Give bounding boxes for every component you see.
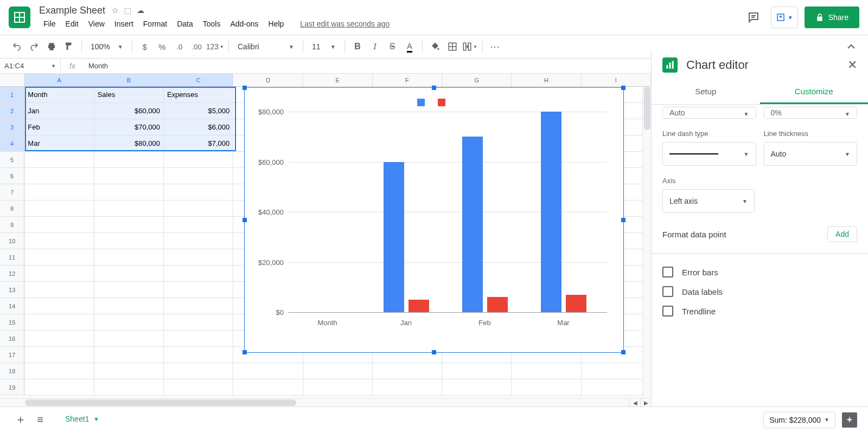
- cell[interactable]: [94, 314, 164, 331]
- cell[interactable]: [233, 379, 303, 396]
- row-header[interactable]: 16: [0, 331, 24, 347]
- cell[interactable]: [164, 314, 233, 331]
- cell[interactable]: [94, 184, 164, 201]
- menu-tools[interactable]: Tools: [199, 17, 225, 30]
- cell[interactable]: [94, 217, 164, 233]
- menu-edit[interactable]: Edit: [61, 17, 83, 30]
- cell[interactable]: [164, 379, 233, 396]
- cell[interactable]: [442, 363, 512, 379]
- cell[interactable]: [582, 379, 651, 396]
- cell[interactable]: Expenses: [164, 87, 233, 103]
- font-size-select[interactable]: 11▼: [308, 38, 340, 55]
- cell[interactable]: $5,000: [164, 103, 233, 119]
- currency-button[interactable]: $: [137, 38, 153, 55]
- cell[interactable]: [373, 379, 442, 396]
- present-button[interactable]: ▼: [771, 7, 798, 28]
- cell[interactable]: [373, 363, 442, 379]
- cell[interactable]: Feb: [24, 119, 94, 135]
- row-header[interactable]: 14: [0, 298, 24, 314]
- redo-button[interactable]: [26, 38, 42, 55]
- cell[interactable]: [164, 152, 233, 168]
- row-header[interactable]: 2: [0, 103, 24, 119]
- row-header[interactable]: 7: [0, 184, 24, 201]
- italic-button[interactable]: I: [367, 38, 383, 55]
- row-header[interactable]: 13: [0, 282, 24, 298]
- spreadsheet-grid[interactable]: ABCDEFGHI 1MonthSalesExpenses2Jan$60,000…: [0, 74, 651, 406]
- star-icon[interactable]: ☆: [112, 6, 119, 15]
- cell[interactable]: [164, 347, 233, 363]
- cell[interactable]: Month: [24, 87, 94, 103]
- cell[interactable]: [164, 217, 233, 233]
- row-header[interactable]: 9: [0, 217, 24, 233]
- cell[interactable]: [94, 201, 164, 217]
- menu-file[interactable]: File: [39, 17, 60, 30]
- cell[interactable]: [164, 184, 233, 201]
- cell[interactable]: $70,000: [94, 119, 164, 135]
- cell[interactable]: [24, 201, 94, 217]
- column-header[interactable]: E: [303, 74, 373, 87]
- cell[interactable]: [303, 379, 373, 396]
- sheet-tab[interactable]: Sheet1▼: [56, 410, 107, 429]
- cell[interactable]: [24, 249, 94, 266]
- row-header[interactable]: 19: [0, 379, 24, 396]
- menu-add-ons[interactable]: Add-ons: [226, 17, 263, 30]
- cell[interactable]: [24, 217, 94, 233]
- borders-button[interactable]: [444, 38, 461, 55]
- column-header[interactable]: I: [582, 74, 651, 87]
- cell[interactable]: Mar: [24, 135, 94, 152]
- menu-data[interactable]: Data: [173, 17, 197, 30]
- vertical-scrollbar[interactable]: [642, 87, 651, 398]
- row-header[interactable]: 10: [0, 233, 24, 249]
- cell[interactable]: [24, 282, 94, 298]
- cell[interactable]: $80,000: [94, 135, 164, 152]
- row-header[interactable]: 15: [0, 314, 24, 331]
- all-sheets-button[interactable]: ≡: [30, 410, 50, 430]
- row-header[interactable]: 4: [0, 135, 24, 152]
- cell[interactable]: [164, 363, 233, 379]
- cell[interactable]: [164, 168, 233, 184]
- cell[interactable]: [164, 298, 233, 314]
- last-edit-link[interactable]: Last edit was seconds ago: [296, 17, 394, 30]
- share-button[interactable]: Share: [805, 7, 859, 28]
- add-sheet-button[interactable]: +: [11, 410, 30, 430]
- horizontal-scrollbar[interactable]: ◀ ▶: [0, 398, 651, 406]
- cell[interactable]: $60,000: [94, 103, 164, 119]
- cell[interactable]: $6,000: [164, 119, 233, 135]
- row-header[interactable]: 6: [0, 168, 24, 184]
- axis-select[interactable]: Left axis ▼: [662, 189, 755, 213]
- row-header[interactable]: 18: [0, 363, 24, 379]
- zoom-select[interactable]: 100%▼: [86, 38, 127, 55]
- tab-setup[interactable]: Setup: [652, 80, 760, 104]
- more-formats-button[interactable]: 123▼: [206, 38, 224, 55]
- cell[interactable]: [164, 201, 233, 217]
- move-icon[interactable]: ⬚: [124, 6, 131, 15]
- cell[interactable]: [512, 363, 581, 379]
- explore-button[interactable]: [842, 412, 857, 428]
- fill-color-button[interactable]: [427, 38, 443, 55]
- cell[interactable]: [164, 233, 233, 249]
- merge-button[interactable]: ▼: [462, 38, 478, 55]
- bold-button[interactable]: B: [349, 38, 366, 55]
- cell[interactable]: [94, 168, 164, 184]
- cell[interactable]: [164, 249, 233, 266]
- cell[interactable]: [24, 233, 94, 249]
- row-header[interactable]: 17: [0, 347, 24, 363]
- cell[interactable]: [164, 331, 233, 347]
- cell[interactable]: [94, 298, 164, 314]
- column-header[interactable]: F: [373, 74, 442, 87]
- cell[interactable]: Sales: [94, 87, 164, 103]
- menu-insert[interactable]: Insert: [110, 17, 138, 30]
- data-labels-checkbox[interactable]: Data labels: [662, 282, 857, 301]
- decrease-decimal-button[interactable]: .0: [171, 38, 188, 55]
- increase-decimal-button[interactable]: .00: [189, 38, 205, 55]
- chart-object[interactable]: $0$20,000$40,000$60,000$80,000MonthJanFe…: [244, 87, 624, 353]
- cell[interactable]: [94, 152, 164, 168]
- paint-format-button[interactable]: [61, 38, 77, 55]
- column-header[interactable]: B: [94, 74, 164, 87]
- column-header[interactable]: D: [233, 74, 303, 87]
- column-header[interactable]: A: [24, 74, 94, 87]
- cell[interactable]: [24, 331, 94, 347]
- partial-select-top-right[interactable]: 0%▼: [764, 107, 858, 119]
- trendline-checkbox[interactable]: Trendline: [662, 301, 857, 321]
- cell[interactable]: [94, 249, 164, 266]
